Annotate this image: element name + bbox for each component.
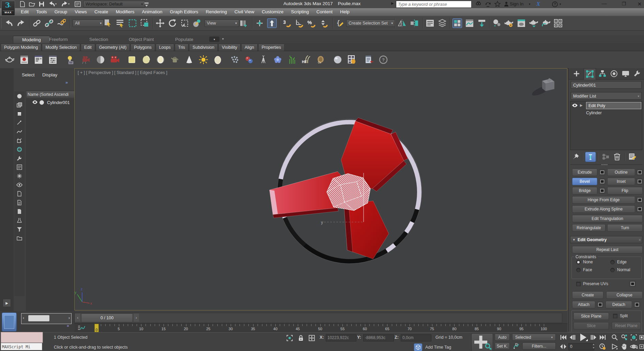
select-and-place-icon[interactable] xyxy=(192,18,202,28)
hierarchy-tab-icon[interactable] xyxy=(597,69,608,78)
box-primitive-icon[interactable] xyxy=(127,55,137,65)
display-tab-icon[interactable] xyxy=(620,69,631,78)
menu-help[interactable]: Help xyxy=(336,8,353,15)
scrollbar-thumb[interactable] xyxy=(28,315,49,321)
attach-settings-button[interactable] xyxy=(597,302,603,308)
time-slider-next-icon[interactable]: › xyxy=(134,313,139,322)
key-mode-dropdown[interactable]: Selected▾ xyxy=(512,334,556,341)
reference-coordinate-dropdown[interactable]: View▾ xyxy=(204,19,239,27)
explorer-select-menu[interactable]: Select xyxy=(22,72,35,77)
new-file-icon[interactable] xyxy=(18,1,27,8)
inset-button[interactable]: Inset xyxy=(607,178,635,185)
flask-icon[interactable] xyxy=(15,216,24,224)
remove-modifier-icon[interactable] xyxy=(612,152,622,161)
selection-filter-dropdown[interactable]: All▾ xyxy=(73,19,104,27)
bone-filter-icon[interactable] xyxy=(15,128,24,136)
tab-selection[interactable]: Selection xyxy=(80,36,117,43)
constraint-normal-radio[interactable] xyxy=(610,268,615,272)
import-list-icon[interactable] xyxy=(364,55,374,65)
object-name-field[interactable]: Cylinder001 xyxy=(571,81,642,89)
save-icon[interactable] xyxy=(37,1,46,8)
select-and-scale-icon[interactable] xyxy=(180,18,189,28)
particle-array-icon[interactable] xyxy=(230,55,240,65)
macro-recorder-pane[interactable] xyxy=(1,332,43,343)
select-and-manipulate-icon[interactable] xyxy=(255,18,264,28)
shape-filter-icon[interactable] xyxy=(15,119,24,127)
panel-subdivision[interactable]: Subdivision xyxy=(189,44,218,51)
eye-filter-icon[interactable] xyxy=(15,181,24,189)
utilities-tab-icon[interactable] xyxy=(632,69,642,78)
time-tag-cube-icon[interactable] xyxy=(414,343,422,351)
bridge-settings-button[interactable] xyxy=(599,188,605,194)
maxscript-mini-listener[interactable]: MAXScript Mi xyxy=(1,343,42,350)
sign-in-label[interactable]: Sign In xyxy=(510,1,523,6)
render-production-icon[interactable] xyxy=(529,18,538,28)
time-slider-handle[interactable]: 0 / 100 xyxy=(81,313,133,322)
snowflake-icon[interactable] xyxy=(15,172,24,180)
menu-create[interactable]: Create xyxy=(91,8,112,15)
workspace-flyout-icon[interactable] xyxy=(142,1,151,8)
menu-civil-view[interactable]: Civil View xyxy=(231,8,258,15)
workspace-dropdown[interactable]: Workspace: Default ▾ xyxy=(83,1,145,8)
stack-modifier-selected[interactable]: Edit Poly xyxy=(586,102,641,109)
panel-polygon-modeling[interactable]: Polygon Modeling xyxy=(1,44,41,51)
tab-object-paint[interactable]: Object Paint xyxy=(120,36,163,43)
explorer-overflow-icon[interactable]: » xyxy=(65,80,68,85)
percent-snap-toggle-icon[interactable]: % xyxy=(307,18,316,28)
autodesk-gallery-icon[interactable] xyxy=(553,18,563,28)
rendered-frame-window-icon[interactable] xyxy=(517,18,526,28)
doc-plain-icon[interactable] xyxy=(15,207,24,216)
align-icon[interactable] xyxy=(410,18,419,28)
create-button[interactable]: Create xyxy=(572,291,603,299)
detach-button[interactable]: Detach xyxy=(605,301,632,308)
toolbar-help-icon[interactable]: ? xyxy=(378,55,388,65)
collapse-button[interactable]: Collapse xyxy=(606,291,643,299)
close-button[interactable]: ✕ xyxy=(636,1,643,7)
light-lister-icon[interactable] xyxy=(65,55,76,65)
panel-align[interactable]: Align xyxy=(241,44,258,51)
stack-expand-arrow-icon[interactable]: ▶ xyxy=(580,103,583,107)
watering-can-icon[interactable] xyxy=(170,55,180,65)
menu-views[interactable]: Views xyxy=(71,8,91,15)
pan-hand-icon[interactable] xyxy=(620,343,628,350)
set-keys-button[interactable] xyxy=(471,333,493,351)
helper-filter-icon[interactable] xyxy=(15,136,24,145)
modifier-list-dropdown[interactable]: Modifier List ▾ xyxy=(571,92,642,100)
hair-fur-icon[interactable]: HF xyxy=(301,55,311,65)
menu-edit[interactable]: Edit xyxy=(17,8,32,15)
funnel-icon[interactable] xyxy=(15,225,24,233)
bone-ox-icon[interactable]: 0x xyxy=(316,55,326,65)
select-by-name-icon[interactable] xyxy=(116,18,125,28)
angle-snap-toggle-icon[interactable] xyxy=(294,18,304,28)
inset-settings-button[interactable] xyxy=(637,178,643,185)
favorites-star-icon[interactable] xyxy=(493,1,502,8)
panel-visibility[interactable]: Visibility xyxy=(218,44,241,51)
menu-rendering[interactable]: Rendering xyxy=(202,8,231,15)
list-panel-icon[interactable] xyxy=(15,163,24,171)
help-icon[interactable]: ? xyxy=(551,1,559,8)
previous-frame-icon[interactable] xyxy=(568,334,577,341)
turn-button[interactable]: Turn xyxy=(607,224,643,232)
selection-lock-icon[interactable] xyxy=(297,334,305,342)
panel-loops[interactable]: Loops xyxy=(156,44,174,51)
parameter-editor-icon[interactable] xyxy=(48,55,58,65)
table-row[interactable]: Cylinder001 xyxy=(26,99,74,106)
dome-light-icon[interactable] xyxy=(95,55,106,65)
asset-library-icon[interactable] xyxy=(347,55,357,65)
folder-icon[interactable] xyxy=(15,234,24,242)
constraint-edge-radio[interactable] xyxy=(610,260,615,264)
preserve-uvs-checkbox[interactable] xyxy=(576,282,581,286)
field-of-view-icon[interactable] xyxy=(611,343,619,350)
constraint-face-label[interactable]: Face xyxy=(583,267,592,272)
redo-scene-icon[interactable] xyxy=(16,18,26,28)
selection-lock-region-icon[interactable] xyxy=(286,334,294,342)
key-step-toggle-icon[interactable] xyxy=(559,343,567,350)
explorer-display-menu[interactable]: Display xyxy=(42,72,57,77)
hinge-settings-button[interactable] xyxy=(637,197,643,203)
mini-listener-handle[interactable] xyxy=(2,312,17,332)
cone-icon[interactable] xyxy=(184,55,194,65)
retriangulate-button[interactable]: Retriangulate xyxy=(572,224,605,232)
slice-button[interactable]: Slice xyxy=(573,322,609,330)
preserve-uvs-settings-button[interactable] xyxy=(629,281,635,287)
play-button[interactable] xyxy=(578,333,589,342)
